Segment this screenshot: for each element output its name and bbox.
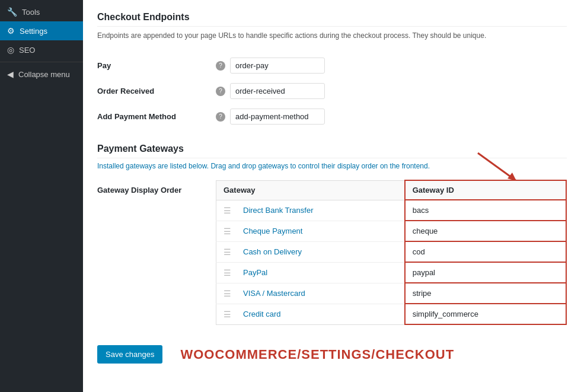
order-received-help-icon[interactable]: ? bbox=[216, 87, 225, 96]
seo-icon: ◎ bbox=[7, 45, 14, 55]
gateway-name-link[interactable]: Direct Bank Transfer bbox=[243, 206, 314, 215]
gateway-table-wrap: Gateway Gateway ID ☰Direct Bank Transfer… bbox=[216, 180, 567, 325]
main-content: Checkout Endpoints Endpoints are appende… bbox=[83, 0, 581, 392]
drag-handle-icon[interactable]: ☰ bbox=[224, 227, 231, 236]
gateway-name-cell: VISA / Mastercard bbox=[236, 283, 405, 304]
sidebar-item-tools[interactable]: 🔧 Tools bbox=[0, 2, 83, 21]
sidebar-item-collapse[interactable]: ◀ Collapse menu bbox=[0, 65, 83, 84]
drag-handle-cell[interactable]: ☰ bbox=[216, 200, 237, 221]
sidebar: 🔧 Tools ⚙ Settings ◎ SEO ◀ Collapse menu bbox=[0, 0, 83, 392]
sidebar-item-settings[interactable]: ⚙ Settings bbox=[0, 21, 83, 40]
gateway-table-row: ☰Cheque Paymentcheque bbox=[216, 221, 567, 241]
gateway-layout: Gateway Display Order Gateway bbox=[97, 180, 567, 325]
gateway-table-row: ☰Cash on Deliverycod bbox=[216, 241, 567, 262]
gateway-name-cell: PayPal bbox=[236, 262, 405, 283]
gateway-col-header-text: Gateway bbox=[224, 186, 255, 195]
gateway-name-link[interactable]: Cheque Payment bbox=[243, 227, 302, 235]
watermark-text: WOOCOMMERCE/SETTINGS/CHECKOUT bbox=[180, 347, 454, 362]
gateway-name-link[interactable]: Cash on Delivery bbox=[243, 247, 302, 256]
order-received-field-row: Order Received ? bbox=[97, 78, 567, 104]
sidebar-item-settings-label: Settings bbox=[20, 27, 47, 36]
add-payment-method-help-icon[interactable]: ? bbox=[216, 112, 225, 122]
pay-label: Pay bbox=[97, 61, 111, 70]
drag-handle-icon[interactable]: ☰ bbox=[224, 206, 231, 215]
gateway-display-order-label: Gateway Display Order bbox=[97, 180, 216, 325]
drag-handle-icon[interactable]: ☰ bbox=[224, 310, 231, 319]
drag-handle-cell[interactable]: ☰ bbox=[216, 304, 237, 324]
gateway-name-link[interactable]: Credit card bbox=[243, 310, 281, 318]
gateway-table-row: ☰Direct Bank Transferbacs bbox=[216, 200, 567, 221]
gateway-table-row: ☰Credit cardsimplify_commerce bbox=[216, 304, 567, 324]
payment-gateways-desc: Installed gateways are listed below. Dra… bbox=[97, 162, 567, 170]
gateway-id-cell: cheque bbox=[405, 221, 566, 241]
pay-field-wrap: ? bbox=[216, 58, 567, 74]
endpoints-form-table: Pay ? Order Received ? bbox=[97, 53, 567, 129]
save-button[interactable]: Save changes bbox=[97, 345, 162, 364]
drag-handle-cell[interactable]: ☰ bbox=[216, 283, 237, 304]
footer-row: Save changes WOOCOMMERCE/SETTINGS/CHECKO… bbox=[97, 339, 567, 364]
sidebar-item-tools-label: Tools bbox=[22, 8, 40, 17]
gateway-id-cell: bacs bbox=[405, 200, 566, 221]
content-area: Checkout Endpoints Endpoints are appende… bbox=[83, 0, 581, 392]
add-payment-method-label: Add Payment Method bbox=[97, 112, 176, 121]
gateway-name-cell: Direct Bank Transfer bbox=[236, 200, 405, 221]
gateway-table-row: ☰VISA / Mastercardstripe bbox=[216, 283, 567, 304]
tools-icon: 🔧 bbox=[7, 7, 17, 17]
order-received-field-wrap: ? bbox=[216, 83, 567, 99]
gateway-id-cell: simplify_commerce bbox=[405, 304, 566, 324]
payment-gateways-title: Payment Gateways bbox=[97, 144, 567, 158]
sidebar-item-seo[interactable]: ◎ SEO bbox=[0, 40, 83, 59]
settings-icon: ⚙ bbox=[7, 26, 15, 36]
gateway-name-link[interactable]: VISA / Mastercard bbox=[243, 289, 305, 298]
sidebar-item-seo-label: SEO bbox=[19, 46, 35, 55]
order-received-label: Order Received bbox=[97, 87, 154, 95]
checkout-endpoints-desc: Endpoints are appended to your page URLs… bbox=[97, 30, 567, 41]
gateway-table-header-row: Gateway Gateway ID bbox=[216, 180, 567, 200]
gateway-id-cell: paypal bbox=[405, 262, 566, 283]
checkout-endpoints-title: Checkout Endpoints bbox=[97, 12, 567, 27]
gateway-id-cell: cod bbox=[405, 241, 566, 262]
drag-handle-icon[interactable]: ☰ bbox=[224, 268, 231, 278]
gateway-name-cell: Credit card bbox=[236, 304, 405, 324]
gateway-name-link[interactable]: PayPal bbox=[243, 268, 267, 277]
gateway-name-cell: Cheque Payment bbox=[236, 221, 405, 241]
add-payment-method-input[interactable] bbox=[230, 109, 325, 125]
add-payment-method-field-row: Add Payment Method ? bbox=[97, 104, 567, 129]
sidebar-divider bbox=[0, 62, 83, 62]
gateway-name-cell: Cash on Delivery bbox=[236, 241, 405, 262]
gateway-table: Gateway Gateway ID ☰Direct Bank Transfer… bbox=[216, 180, 567, 325]
sidebar-item-collapse-label: Collapse menu bbox=[18, 70, 70, 79]
collapse-icon: ◀ bbox=[7, 69, 14, 79]
pay-help-icon[interactable]: ? bbox=[216, 61, 225, 71]
gateway-id-col-header-text: Gateway ID bbox=[413, 186, 454, 195]
drag-handle-icon[interactable]: ☰ bbox=[224, 247, 231, 257]
drag-handle-cell[interactable]: ☰ bbox=[216, 221, 237, 241]
drag-handle-cell[interactable]: ☰ bbox=[216, 241, 237, 262]
order-received-input[interactable] bbox=[230, 83, 325, 99]
drag-handle-icon[interactable]: ☰ bbox=[224, 289, 231, 298]
drag-handle-cell[interactable]: ☰ bbox=[216, 262, 237, 283]
gateway-id-cell: stripe bbox=[405, 283, 566, 304]
gateway-col-header: Gateway bbox=[216, 180, 405, 200]
pay-input[interactable] bbox=[230, 58, 325, 74]
add-payment-method-field-wrap: ? bbox=[216, 109, 567, 125]
gateway-id-col-header: Gateway ID bbox=[405, 180, 566, 200]
gateway-table-row: ☰PayPalpaypal bbox=[216, 262, 567, 283]
pay-field-row: Pay ? bbox=[97, 53, 567, 78]
